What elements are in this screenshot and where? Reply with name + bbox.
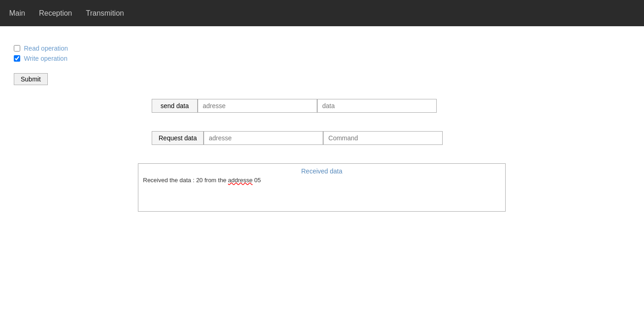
send-data-button[interactable]: send data bbox=[152, 99, 198, 113]
request-data-button[interactable]: Request data bbox=[152, 131, 204, 145]
nav-main[interactable]: Main bbox=[9, 9, 25, 17]
read-operation-label[interactable]: Read operation bbox=[24, 45, 68, 52]
received-data-content: Received the data : 20 from the addresse… bbox=[143, 177, 501, 211]
main-content: Read operation Write operation Submit se… bbox=[0, 26, 644, 225]
write-operation-row: Write operation bbox=[14, 55, 630, 62]
write-operation-checkbox[interactable] bbox=[14, 55, 20, 62]
navbar: Main Reception Transmition bbox=[0, 0, 644, 26]
send-data-input[interactable] bbox=[317, 99, 437, 113]
checkbox-section: Read operation Write operation bbox=[14, 45, 630, 62]
write-operation-label[interactable]: Write operation bbox=[24, 55, 68, 62]
received-data-section: Received data Received the data : 20 fro… bbox=[138, 163, 593, 212]
nav-transmition[interactable]: Transmition bbox=[86, 9, 124, 17]
received-address-underline: addresse bbox=[228, 177, 252, 184]
nav-reception[interactable]: Reception bbox=[39, 9, 72, 17]
received-data-title: Received data bbox=[143, 167, 501, 175]
submit-button[interactable]: Submit bbox=[14, 73, 48, 85]
read-operation-checkbox[interactable] bbox=[14, 45, 20, 52]
command-input[interactable] bbox=[323, 131, 443, 145]
send-data-row: send data bbox=[152, 99, 630, 113]
request-address-input[interactable] bbox=[204, 131, 323, 145]
request-data-row: Request data bbox=[152, 131, 630, 145]
send-address-input[interactable] bbox=[198, 99, 317, 113]
read-operation-row: Read operation bbox=[14, 45, 630, 52]
received-data-wrapper: Received data Received the data : 20 fro… bbox=[138, 163, 506, 212]
